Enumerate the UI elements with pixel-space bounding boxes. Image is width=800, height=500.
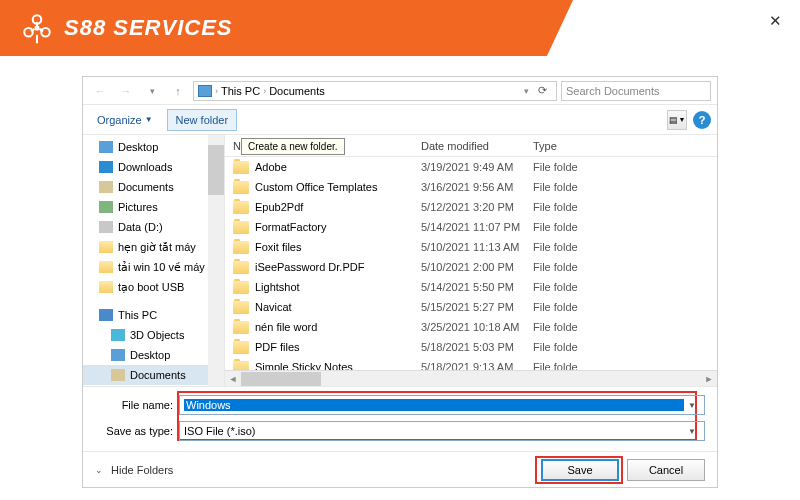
chevron-down-icon[interactable]: ▾ xyxy=(524,86,529,96)
column-date[interactable]: Date modified xyxy=(421,140,533,152)
nav-item[interactable]: Desktop📌 xyxy=(83,137,224,157)
folder-icon xyxy=(233,301,249,314)
nav-item[interactable]: Data (D:)📌 xyxy=(83,217,224,237)
nav-item[interactable]: Downloads📌 xyxy=(83,157,224,177)
file-name: Lightshot xyxy=(255,281,421,293)
file-row[interactable]: Adobe3/19/2021 9:49 AMFile folde xyxy=(225,157,717,177)
new-folder-button[interactable]: New folder xyxy=(167,109,238,131)
folder-icon xyxy=(111,349,125,361)
file-type: File folde xyxy=(533,321,578,333)
scroll-thumb[interactable] xyxy=(241,372,321,386)
save-button[interactable]: Save xyxy=(541,459,619,481)
file-type: File folde xyxy=(533,201,578,213)
file-row[interactable]: Navicat5/15/2021 5:27 PMFile folde xyxy=(225,297,717,317)
horizontal-scrollbar[interactable]: ◄ ► xyxy=(225,370,717,386)
nav-item[interactable]: Documents📌 xyxy=(83,177,224,197)
nav-label: hẹn giờ tắt máy xyxy=(118,241,196,254)
crumb-pc[interactable]: This PC xyxy=(221,85,260,97)
breadcrumb[interactable]: › This PC › Documents ▾ ⟳ xyxy=(193,81,557,101)
chevron-down-icon[interactable]: ▼ xyxy=(684,427,700,436)
close-icon[interactable]: ✕ xyxy=(769,12,782,30)
crumb-location[interactable]: Documents xyxy=(269,85,325,97)
folder-icon xyxy=(99,221,113,233)
nav-label: Desktop xyxy=(118,141,158,153)
file-row[interactable]: Epub2Pdf5/12/2021 3:20 PMFile folde xyxy=(225,197,717,217)
chevron-right-icon: › xyxy=(263,86,266,96)
filename-input[interactable]: Windows ▼ xyxy=(179,395,705,415)
folder-icon xyxy=(233,201,249,214)
file-type: File folde xyxy=(533,181,578,193)
filename-value: Windows xyxy=(184,399,684,411)
nav-item[interactable]: Documents xyxy=(83,365,224,385)
file-row[interactable]: PDF files5/18/2021 5:03 PMFile folde xyxy=(225,337,717,357)
nav-item[interactable]: 3D Objects xyxy=(83,325,224,345)
brand-name: S88 SERVICES xyxy=(64,15,233,41)
file-row[interactable]: Lightshot5/14/2021 5:50 PMFile folde xyxy=(225,277,717,297)
hide-folders-button[interactable]: Hide Folders xyxy=(111,464,173,476)
file-date: 5/14/2021 5:50 PM xyxy=(421,281,533,293)
file-date: 3/19/2021 9:49 AM xyxy=(421,161,533,173)
refresh-icon[interactable]: ⟳ xyxy=(532,84,552,97)
file-name: Simple Sticky Notes xyxy=(255,361,421,370)
folder-icon xyxy=(233,241,249,254)
file-name: iSeePassword Dr.PDF xyxy=(255,261,421,273)
nav-item[interactable]: tạo boot USB xyxy=(83,277,224,297)
file-name: Foxit files xyxy=(255,241,421,253)
view-options-button[interactable]: ▤▼ xyxy=(667,110,687,130)
scroll-right-icon[interactable]: ► xyxy=(701,374,717,384)
toolbar: Organize ▼ New folder Create a new folde… xyxy=(83,105,717,135)
folder-icon xyxy=(233,181,249,194)
brand-logo-icon xyxy=(20,11,54,45)
saveas-label: Save as type: xyxy=(95,425,179,437)
column-type[interactable]: Type xyxy=(533,140,717,152)
file-row[interactable]: Simple Sticky Notes5/18/2021 9:13 AMFile… xyxy=(225,357,717,370)
nav-item[interactable]: Desktop xyxy=(83,345,224,365)
folder-icon xyxy=(99,161,113,173)
form-area: File name: Windows ▼ Save as type: ISO F… xyxy=(83,386,717,451)
file-date: 5/14/2021 11:07 PM xyxy=(421,221,533,233)
file-row[interactable]: iSeePassword Dr.PDF5/10/2021 2:00 PMFile… xyxy=(225,257,717,277)
nav-forward-button[interactable]: → xyxy=(115,80,137,102)
search-placeholder: Search Documents xyxy=(566,85,660,97)
folder-icon xyxy=(99,281,113,293)
navigation-pane: Desktop📌Downloads📌Documents📌Pictures📌Dat… xyxy=(83,135,225,386)
nav-item[interactable]: This PC xyxy=(83,305,224,325)
file-row[interactable]: Foxit files5/10/2021 11:13 AMFile folde xyxy=(225,237,717,257)
nav-scrollbar[interactable] xyxy=(208,135,224,386)
nav-item[interactable]: Pictures📌 xyxy=(83,197,224,217)
scroll-left-icon[interactable]: ◄ xyxy=(225,374,241,384)
chevron-right-icon: › xyxy=(215,86,218,96)
nav-back-button[interactable]: ← xyxy=(89,80,111,102)
file-date: 5/10/2021 2:00 PM xyxy=(421,261,533,273)
organize-button[interactable]: Organize ▼ xyxy=(89,110,161,130)
file-date: 5/18/2021 5:03 PM xyxy=(421,341,533,353)
file-row[interactable]: FormatFactory5/14/2021 11:07 PMFile fold… xyxy=(225,217,717,237)
folder-icon xyxy=(111,369,125,381)
nav-label: Pictures xyxy=(118,201,158,213)
folder-icon xyxy=(233,161,249,174)
folder-icon xyxy=(99,309,113,321)
file-date: 5/12/2021 3:20 PM xyxy=(421,201,533,213)
nav-item[interactable]: tải win 10 về máy xyxy=(83,257,224,277)
search-input[interactable]: Search Documents xyxy=(561,81,711,101)
file-name: PDF files xyxy=(255,341,421,353)
nav-recent-button[interactable]: ▾ xyxy=(141,80,163,102)
folder-icon xyxy=(233,321,249,334)
nav-item[interactable]: hẹn giờ tắt máy xyxy=(83,237,224,257)
saveas-type-select[interactable]: ISO File (*.iso) ▼ xyxy=(179,421,705,441)
nav-label: Documents xyxy=(130,369,186,381)
file-row[interactable]: Custom Office Templates3/16/2021 9:56 AM… xyxy=(225,177,717,197)
nav-up-button[interactable]: ↑ xyxy=(167,80,189,102)
file-row[interactable]: nén file word3/25/2021 10:18 AMFile fold… xyxy=(225,317,717,337)
chevron-down-icon[interactable]: ▼ xyxy=(684,401,700,410)
svg-point-1 xyxy=(24,28,33,37)
save-dialog: ← → ▾ ↑ › This PC › Documents ▾ ⟳ Search… xyxy=(82,76,718,488)
folder-icon xyxy=(99,181,113,193)
file-name: nén file word xyxy=(255,321,421,333)
help-icon[interactable]: ? xyxy=(693,111,711,129)
file-list[interactable]: Adobe3/19/2021 9:49 AMFile foldeCustom O… xyxy=(225,157,717,370)
cancel-button[interactable]: Cancel xyxy=(627,459,705,481)
file-type: File folde xyxy=(533,241,578,253)
folder-icon xyxy=(233,281,249,294)
file-date: 5/10/2021 11:13 AM xyxy=(421,241,533,253)
